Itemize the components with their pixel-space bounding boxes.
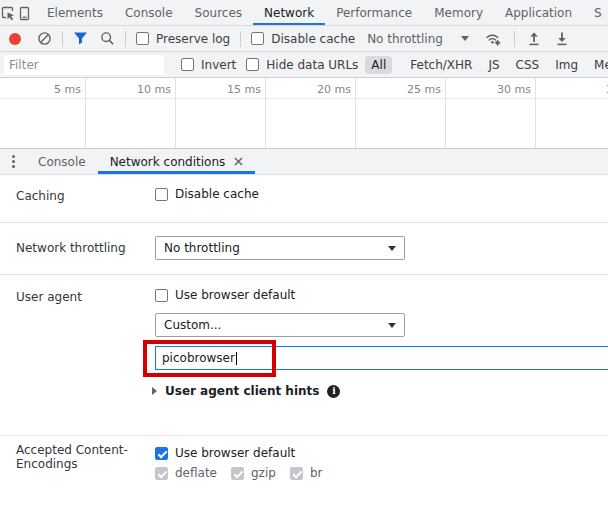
clear-button[interactable]: [37, 31, 52, 46]
import-har-button[interactable]: [527, 31, 541, 46]
import-har-icon: [527, 31, 541, 46]
filter-type-js[interactable]: JS: [482, 56, 505, 74]
invert-label: Invert: [201, 58, 236, 72]
tick-label: 30 ms: [497, 83, 531, 96]
filter-type-fetch-xhr[interactable]: Fetch/XHR: [404, 56, 478, 74]
tab-memory[interactable]: Memory: [423, 0, 494, 25]
encodings-section-label: Accepted Content- Encodings: [16, 443, 128, 471]
ua-client-hints-disclosure[interactable]: User agent client hints: [152, 384, 340, 398]
text-cursor: [236, 352, 237, 365]
toolbar-divider: [125, 31, 126, 47]
filter-type-all[interactable]: All: [365, 56, 392, 74]
encoding-gzip-checkbox[interactable]: gzip: [231, 466, 276, 480]
tab-performance[interactable]: Performance: [325, 0, 423, 25]
info-icon[interactable]: [327, 385, 340, 398]
encoding-br-checkbox[interactable]: br: [290, 466, 323, 480]
disable-cache-checkbox[interactable]: Disable cache: [251, 32, 355, 46]
ua-select-value: Custom...: [164, 318, 221, 332]
drawer-tab-bar: Console Network conditions: [0, 148, 608, 175]
checkbox-box[interactable]: [155, 289, 168, 302]
section-divider: [0, 274, 608, 275]
network-conditions-button[interactable]: [485, 31, 502, 47]
chevron-down-icon: [388, 246, 396, 251]
throttling-select-value: No throttling: [164, 241, 240, 255]
checkbox-box[interactable]: [251, 32, 264, 45]
toolbar-divider: [62, 31, 63, 47]
tick-label: 25 ms: [407, 83, 441, 96]
tab-application[interactable]: Application: [494, 0, 583, 25]
filter-type-media[interactable]: Media: [588, 56, 608, 74]
chevron-down-icon[interactable]: [461, 36, 469, 41]
inspect-element-button[interactable]: [0, 0, 16, 25]
checkbox-box[interactable]: [181, 58, 194, 71]
filter-input[interactable]: [4, 55, 164, 75]
enc-use-browser-default-label: Use browser default: [175, 446, 295, 460]
close-tab-button[interactable]: [234, 157, 243, 166]
ua-use-browser-default-checkbox[interactable]: Use browser default: [155, 288, 295, 302]
panel-disable-cache-checkbox[interactable]: Disable cache: [155, 187, 259, 201]
preserve-log-label: Preserve log: [156, 32, 230, 46]
inspect-cursor-icon: [0, 5, 16, 21]
network-conditions-panel: Caching Disable cache Network throttling…: [0, 175, 608, 513]
invert-checkbox[interactable]: Invert: [181, 58, 236, 72]
filter-type-img[interactable]: Img: [549, 56, 584, 74]
filter-type-css[interactable]: CSS: [510, 56, 546, 74]
user-agent-section-label: User agent: [16, 290, 82, 304]
tick-label: 15 ms: [227, 83, 261, 96]
filter-funnel-icon: [73, 31, 88, 46]
ruler-tick: 30 ms: [446, 78, 536, 148]
enc-use-browser-default-checkbox[interactable]: Use browser default: [155, 446, 295, 460]
tab-console[interactable]: Console: [114, 0, 184, 25]
throttling-select[interactable]: No throttling: [367, 32, 443, 46]
device-toolbar-button[interactable]: [16, 0, 32, 25]
hide-data-urls-checkbox[interactable]: Hide data URLs: [246, 58, 358, 72]
close-icon: [234, 157, 243, 166]
drawer-tab-network-conditions[interactable]: Network conditions: [98, 149, 256, 174]
drawer-tab-label: Network conditions: [110, 155, 226, 169]
ua-custom-input[interactable]: picobrowser: [155, 346, 608, 370]
search-button[interactable]: [100, 31, 115, 46]
kebab-icon: [12, 160, 15, 163]
hide-data-urls-label: Hide data URLs: [266, 58, 358, 72]
toolbar-divider: [240, 31, 241, 47]
chevron-down-icon: [388, 323, 396, 328]
export-har-button[interactable]: [555, 31, 569, 46]
tab-network[interactable]: Network: [253, 0, 325, 25]
kebab-icon: [12, 155, 15, 158]
ruler-tick: 20 ms: [266, 78, 356, 148]
tab-security-cut[interactable]: S: [583, 0, 608, 25]
checkbox-box[interactable]: [246, 58, 259, 71]
tick-label: 20 ms: [317, 83, 351, 96]
record-button[interactable]: [9, 33, 21, 45]
toolbar-divider: [514, 31, 515, 47]
throttling-section-label: Network throttling: [16, 241, 126, 255]
tab-sources[interactable]: Sources: [184, 0, 253, 25]
checkbox-box[interactable]: [155, 447, 168, 460]
drawer-menu-button[interactable]: [0, 149, 26, 174]
checkbox-box: [231, 467, 244, 480]
panel-throttling-select[interactable]: No throttling: [155, 236, 405, 260]
encoding-deflate-checkbox[interactable]: deflate: [155, 466, 217, 480]
drawer-tab-console[interactable]: Console: [26, 149, 98, 174]
section-divider: [0, 222, 608, 223]
encoding-options: deflate gzip br: [155, 466, 322, 480]
ruler-tick: 15 ms: [176, 78, 266, 148]
ruler-tick: 10 ms: [86, 78, 176, 148]
clear-icon: [37, 31, 52, 46]
export-har-icon: [555, 31, 569, 46]
ua-use-browser-default-label: Use browser default: [175, 288, 295, 302]
ua-preset-select[interactable]: Custom...: [155, 313, 405, 337]
disclosure-triangle-icon: [152, 387, 157, 395]
checkbox-box[interactable]: [136, 32, 149, 45]
tab-elements[interactable]: Elements: [36, 0, 114, 25]
tick-label: 5 ms: [54, 83, 81, 96]
network-toolbar: Preserve log Disable cache No throttling: [0, 26, 608, 52]
ua-custom-value: picobrowser: [162, 351, 235, 365]
device-toolbar-icon: [16, 5, 32, 21]
filter-button[interactable]: [73, 31, 88, 46]
checkbox-box[interactable]: [155, 188, 168, 201]
network-filter-bar: Invert Hide data URLs All Fetch/XHR JS C…: [0, 52, 608, 78]
network-conditions-icon: [485, 31, 502, 47]
preserve-log-checkbox[interactable]: Preserve log: [136, 32, 230, 46]
ruler-tick: 5 ms: [0, 78, 86, 148]
